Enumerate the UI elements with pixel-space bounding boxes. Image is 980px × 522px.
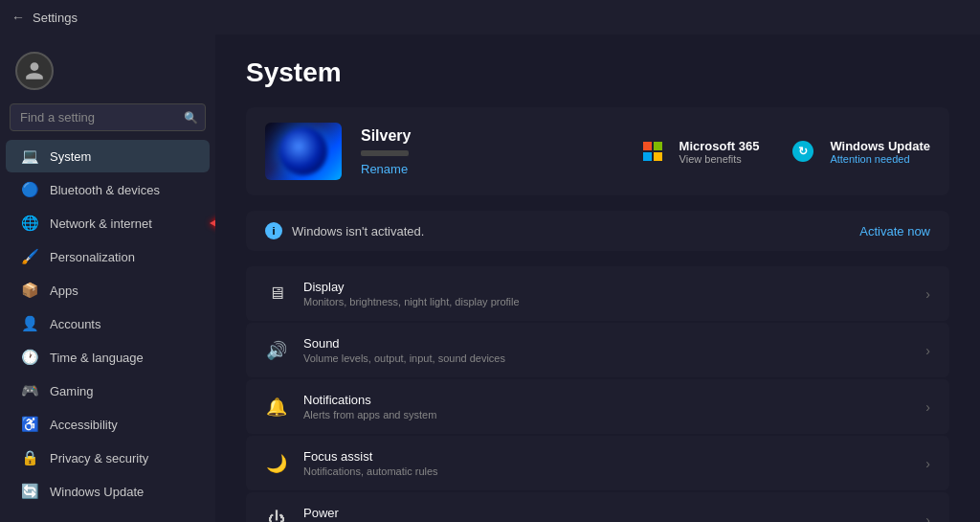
settings-sub-display: Monitors, brightness, night light, displ…	[303, 296, 910, 307]
sidebar-item-update[interactable]: 🔄Windows Update	[6, 475, 210, 508]
system-info-card: Silvery Rename Microsoft 365 View benefi…	[246, 107, 949, 195]
sidebar-icon-apps: 📦	[21, 282, 38, 299]
sidebar-icon-system: 💻	[21, 148, 38, 165]
sidebar-label-privacy: Privacy & security	[50, 451, 194, 465]
app-title: Settings	[33, 11, 78, 25]
settings-title-sound: Sound	[303, 336, 910, 351]
settings-text-focus: Focus assistNotifications, automatic rul…	[303, 449, 910, 477]
sidebar-icon-network: 🌐	[21, 215, 38, 232]
settings-text-power: PowerSleep, battery usage, battery saver	[303, 506, 910, 522]
windows-update-title: Windows Update	[830, 139, 930, 153]
windows-update-subtitle: Attention needed	[830, 153, 930, 165]
sidebar-icon-time: 🕐	[21, 349, 38, 366]
network-arrow-annotation	[210, 214, 215, 233]
settings-item-sound[interactable]: 🔊SoundVolume levels, output, input, soun…	[246, 323, 949, 377]
settings-item-notifications[interactable]: 🔔NotificationsAlerts from apps and syste…	[246, 379, 949, 434]
avatar[interactable]	[15, 52, 54, 90]
sidebar-label-network: Network & internet	[50, 216, 194, 231]
search-input[interactable]	[10, 103, 206, 131]
settings-sub-focus: Notifications, automatic rules	[303, 465, 910, 477]
settings-text-notifications: NotificationsAlerts from apps and system	[303, 393, 910, 420]
sidebar-item-accessibility[interactable]: ♿Accessibility	[6, 408, 210, 441]
ms365-title: Microsoft 365	[679, 139, 760, 153]
settings-icon-sound: 🔊	[265, 339, 288, 362]
ms365-widget[interactable]: Microsoft 365 View benefits	[635, 134, 760, 169]
sidebar-item-apps[interactable]: 📦Apps	[6, 274, 210, 306]
sidebar-item-bluetooth[interactable]: 🔵Bluetooth & devices	[6, 173, 210, 206]
page-title: System	[246, 57, 949, 88]
ms365-icon	[635, 134, 670, 169]
sidebar-item-accounts[interactable]: 👤Accounts	[6, 307, 210, 340]
system-thumbnail	[265, 123, 342, 180]
settings-icon-focus: 🌙	[265, 452, 288, 475]
sidebar-item-time[interactable]: 🕐Time & language	[6, 341, 210, 374]
main-content: System Silvery Rename	[215, 34, 980, 522]
settings-item-power[interactable]: ⏻PowerSleep, battery usage, battery save…	[246, 492, 949, 522]
sidebar: 🔍 💻System🔵Bluetooth & devices🌐Network & …	[0, 34, 215, 522]
system-info-right: Microsoft 365 View benefits ↻ Windows Up…	[635, 134, 930, 169]
settings-icon-display: 🖥	[265, 283, 288, 306]
sidebar-label-apps: Apps	[50, 284, 194, 298]
sidebar-label-update: Windows Update	[50, 485, 194, 499]
system-name-block: Silvery Rename	[361, 127, 411, 176]
sidebar-icon-accessibility: ♿	[21, 416, 38, 433]
sidebar-icon-privacy: 🔒	[21, 449, 38, 466]
sidebar-user	[0, 42, 215, 103]
settings-title-power: Power	[303, 506, 910, 520]
sidebar-label-accessibility: Accessibility	[50, 418, 194, 432]
sidebar-label-bluetooth: Bluetooth & devices	[50, 183, 194, 197]
activate-link[interactable]: Activate now	[859, 224, 930, 238]
sidebar-search-container: 🔍	[10, 103, 206, 131]
device-name-bar	[361, 150, 409, 156]
sidebar-nav: 💻System🔵Bluetooth & devices🌐Network & in…	[0, 139, 215, 509]
sidebar-icon-update: 🔄	[21, 483, 38, 500]
settings-chevron-focus: ›	[925, 456, 930, 471]
settings-list: 🖥DisplayMonitors, brightness, night ligh…	[246, 266, 949, 522]
settings-item-focus[interactable]: 🌙Focus assistNotifications, automatic ru…	[246, 436, 949, 490]
search-icon: 🔍	[184, 111, 198, 125]
settings-item-display[interactable]: 🖥DisplayMonitors, brightness, night ligh…	[246, 266, 949, 321]
settings-title-notifications: Notifications	[303, 393, 910, 407]
sidebar-item-network[interactable]: 🌐Network & internet	[6, 207, 210, 239]
rename-link[interactable]: Rename	[361, 162, 411, 176]
settings-text-display: DisplayMonitors, brightness, night light…	[303, 280, 910, 307]
settings-chevron-power: ›	[925, 512, 930, 523]
ms365-text: Microsoft 365 View benefits	[679, 139, 760, 165]
settings-text-sound: SoundVolume levels, output, input, sound…	[303, 336, 910, 364]
sidebar-icon-gaming: 🎮	[21, 382, 38, 399]
sidebar-item-privacy[interactable]: 🔒Privacy & security	[6, 442, 210, 474]
sidebar-label-accounts: Accounts	[50, 317, 194, 331]
sidebar-item-personalization[interactable]: 🖌️Personalization	[6, 240, 210, 273]
sidebar-item-gaming[interactable]: 🎮Gaming	[6, 374, 210, 407]
settings-chevron-display: ›	[925, 286, 930, 302]
settings-title-display: Display	[303, 280, 910, 294]
sidebar-label-gaming: Gaming	[50, 384, 194, 398]
windows-update-icon: ↻	[786, 134, 820, 169]
info-icon: i	[265, 222, 282, 239]
sidebar-icon-accounts: 👤	[21, 315, 38, 332]
ms365-subtitle: View benefits	[679, 153, 760, 165]
windows-update-text: Windows Update Attention needed	[830, 139, 930, 165]
settings-title-focus: Focus assist	[303, 449, 910, 464]
settings-icon-power: ⏻	[265, 509, 288, 523]
sidebar-label-system: System	[50, 149, 194, 164]
device-name: Silvery	[361, 127, 411, 145]
settings-icon-notifications: 🔔	[265, 396, 288, 419]
sidebar-icon-bluetooth: 🔵	[21, 181, 38, 198]
settings-chevron-notifications: ›	[925, 399, 930, 415]
sidebar-icon-personalization: 🖌️	[21, 248, 38, 265]
activation-message: Windows isn't activated.	[292, 224, 850, 238]
settings-sub-notifications: Alerts from apps and system	[303, 409, 910, 420]
sidebar-label-personalization: Personalization	[50, 250, 194, 264]
settings-chevron-sound: ›	[925, 343, 930, 358]
settings-sub-sound: Volume levels, output, input, sound devi…	[303, 352, 910, 364]
windows-update-widget[interactable]: ↻ Windows Update Attention needed	[786, 134, 930, 169]
title-bar: ← Settings	[0, 0, 980, 34]
sidebar-label-time: Time & language	[50, 351, 194, 365]
main-layout: 🔍 💻System🔵Bluetooth & devices🌐Network & …	[0, 34, 980, 522]
sidebar-item-system[interactable]: 💻System	[6, 140, 210, 172]
activation-banner: i Windows isn't activated. Activate now	[246, 211, 949, 251]
back-button[interactable]: ←	[11, 10, 25, 25]
